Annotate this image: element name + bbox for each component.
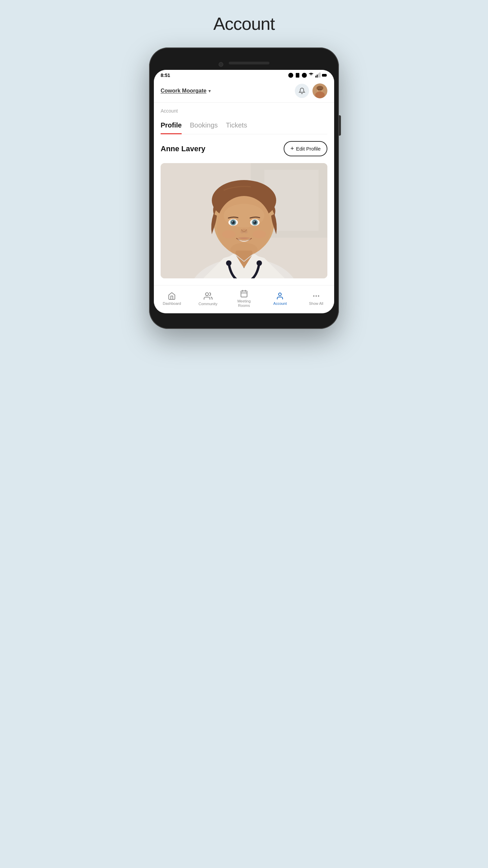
home-icon	[168, 292, 176, 300]
tabs-container: Profile Bookings Tickets	[161, 118, 327, 134]
chevron-down-icon: ▾	[208, 88, 211, 94]
nav-label-meeting-rooms: MeetingRooms	[237, 299, 250, 308]
svg-point-14	[319, 90, 320, 91]
svg-point-52	[316, 295, 317, 297]
wifi-icon	[308, 73, 314, 78]
svg-rect-4	[316, 76, 317, 77]
edit-profile-label: Edit Profile	[296, 146, 321, 152]
svg-rect-7	[320, 73, 321, 78]
svg-point-15	[321, 90, 322, 91]
calendar-icon	[240, 290, 248, 298]
battery-icon	[322, 73, 327, 78]
svg-rect-5	[317, 75, 318, 78]
svg-point-38	[222, 230, 236, 238]
nav-item-meeting-rooms[interactable]: MeetingRooms	[226, 290, 262, 308]
plus-icon: +	[290, 145, 294, 152]
notification-status-icon	[288, 73, 293, 78]
nav-label-dashboard: Dashboard	[163, 301, 181, 306]
nav-label-account: Account	[273, 301, 287, 306]
profile-photo	[161, 163, 327, 278]
edit-profile-button[interactable]: + Edit Profile	[284, 141, 327, 156]
profile-header: Anne Lavery + Edit Profile	[161, 141, 327, 156]
sim-icon	[295, 73, 300, 78]
profile-content: Anne Lavery + Edit Profile	[154, 134, 334, 285]
svg-point-43	[257, 260, 262, 266]
page-title: Account	[214, 14, 275, 34]
tab-profile[interactable]: Profile	[161, 118, 182, 134]
account-icon	[276, 292, 284, 300]
workspace-selector[interactable]: Cowork Moorgate ▾	[161, 88, 211, 94]
svg-point-36	[240, 231, 244, 234]
nav-item-community[interactable]: Community	[190, 292, 226, 306]
user-avatar-button[interactable]	[312, 83, 327, 98]
do-not-disturb-icon	[302, 73, 307, 78]
section-label: Account	[161, 108, 327, 114]
bottom-nav: Dashboard Community MeetingRoo	[154, 285, 334, 313]
svg-point-50	[279, 293, 281, 296]
profile-name: Anne Lavery	[161, 144, 205, 153]
svg-point-12	[315, 92, 325, 98]
svg-point-45	[205, 293, 208, 296]
profile-image-container	[161, 163, 327, 278]
avatar-image	[312, 83, 327, 98]
svg-point-34	[254, 221, 255, 222]
tab-tickets[interactable]: Tickets	[226, 118, 247, 134]
nav-item-account[interactable]: Account	[262, 292, 298, 306]
svg-point-42	[226, 260, 231, 266]
header-actions	[295, 83, 327, 98]
bell-icon	[299, 87, 305, 94]
svg-point-53	[318, 295, 319, 297]
community-icon	[204, 292, 212, 300]
nav-item-dashboard[interactable]: Dashboard	[154, 292, 190, 306]
status-bar: 8:51	[154, 70, 334, 79]
app-header: Cowork Moorgate ▾	[154, 79, 334, 103]
svg-rect-6	[318, 74, 319, 78]
dots-icon	[312, 292, 320, 300]
signal-icon	[315, 73, 321, 78]
front-camera	[219, 62, 223, 67]
svg-point-37	[244, 231, 248, 234]
speaker-bar	[229, 62, 269, 64]
phone-shell: 8:51	[149, 47, 339, 329]
phone-screen: 8:51	[154, 70, 334, 313]
account-section: Account Profile Bookings Tickets	[154, 103, 334, 134]
status-icons	[288, 73, 327, 78]
svg-rect-1	[296, 73, 300, 77]
nav-label-community: Community	[199, 302, 218, 306]
notifications-button[interactable]	[295, 84, 309, 98]
nav-item-show-all[interactable]: Show All	[298, 292, 334, 306]
svg-rect-9	[322, 74, 326, 76]
workspace-name: Cowork Moorgate	[161, 88, 206, 94]
nav-label-show-all: Show All	[309, 301, 323, 306]
tab-bookings[interactable]: Bookings	[190, 118, 218, 134]
svg-rect-46	[241, 291, 247, 297]
svg-point-39	[252, 230, 266, 238]
status-time: 8:51	[161, 73, 170, 78]
svg-point-51	[313, 295, 314, 297]
svg-point-29	[232, 221, 233, 222]
